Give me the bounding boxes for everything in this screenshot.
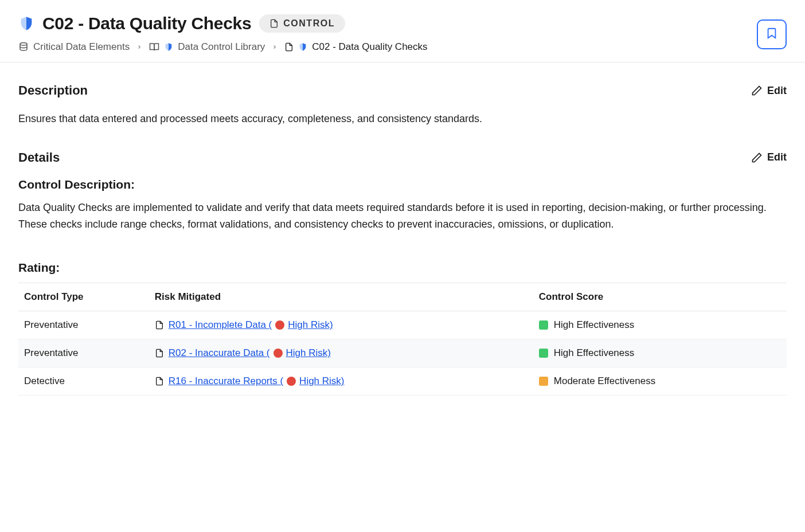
edit-label: Edit xyxy=(767,151,787,163)
rating-table: Control Type Risk Mitigated Control Scor… xyxy=(18,283,787,396)
cell-risk-mitigated: R02 - Inaccurate Data ( High Risk) xyxy=(149,339,533,367)
control-description-heading: Control Description: xyxy=(18,178,787,191)
control-description-block: Control Description: Data Quality Checks… xyxy=(18,178,787,233)
svg-point-0 xyxy=(20,43,27,46)
table-header-row: Control Type Risk Mitigated Control Scor… xyxy=(18,283,787,311)
title-row: C02 - Data Quality Checks CONTROL xyxy=(18,14,787,33)
risk-text-suffix: High Risk) xyxy=(299,375,344,387)
risk-level-dot xyxy=(287,377,296,386)
table-row: DetectiveR16 - Inaccurate Reports ( High… xyxy=(18,367,787,396)
score-label: Moderate Effectiveness xyxy=(554,375,655,387)
edit-details-button[interactable]: Edit xyxy=(751,151,787,163)
control-tag: CONTROL xyxy=(259,14,345,33)
risk-text-suffix: High Risk) xyxy=(288,319,333,331)
risk-text-prefix: R16 - Inaccurate Reports ( xyxy=(169,375,283,387)
page-icon xyxy=(155,376,164,386)
control-description-body: Data Quality Checks are implemented to v… xyxy=(18,200,787,233)
cell-control-score: Moderate Effectiveness xyxy=(533,367,787,396)
score-indicator xyxy=(539,377,548,386)
score-indicator xyxy=(539,320,548,330)
risk-link[interactable]: R02 - Inaccurate Data ( High Risk) xyxy=(169,347,331,359)
risk-level-dot xyxy=(275,320,284,330)
risk-level-dot xyxy=(273,349,283,358)
control-tag-label: CONTROL xyxy=(283,18,335,29)
page-icon xyxy=(155,320,164,330)
book-icon xyxy=(149,42,159,52)
edit-description-button[interactable]: Edit xyxy=(751,85,787,97)
rating-heading: Rating: xyxy=(18,261,787,275)
cell-risk-mitigated: R16 - Inaccurate Reports ( High Risk) xyxy=(149,367,533,396)
page-icon xyxy=(284,42,294,52)
score-indicator xyxy=(539,349,548,358)
table-row: PreventativeR02 - Inaccurate Data ( High… xyxy=(18,339,787,367)
breadcrumb-label: Data Control Library xyxy=(178,41,265,53)
section-description: Description Edit Ensures that data enter… xyxy=(18,83,787,127)
score-label: High Effectiveness xyxy=(554,319,634,331)
risk-text-prefix: R01 - Incomplete Data ( xyxy=(169,319,272,331)
breadcrumb-label: Critical Data Elements xyxy=(33,41,130,53)
cell-control-score: High Effectiveness xyxy=(533,311,787,339)
col-header-score: Control Score xyxy=(533,283,787,311)
chevron-right-icon xyxy=(272,42,278,52)
score-label: High Effectiveness xyxy=(554,347,634,359)
chevron-right-icon xyxy=(136,42,142,52)
section-details: Details Edit Control Description: Data Q… xyxy=(18,150,787,396)
cell-control-score: High Effectiveness xyxy=(533,339,787,367)
risk-text-suffix: High Risk) xyxy=(286,347,331,359)
pencil-icon xyxy=(751,85,763,96)
shield-icon xyxy=(298,42,307,52)
description-body: Ensures that data entered and processed … xyxy=(18,111,787,127)
breadcrumb: Critical Data Elements Data Control Libr… xyxy=(18,41,787,53)
edit-label: Edit xyxy=(767,85,787,97)
shield-icon xyxy=(164,42,173,52)
database-icon xyxy=(18,42,29,52)
rating-block: Rating: Control Type Risk Mitigated Cont… xyxy=(18,261,787,396)
breadcrumb-item-library[interactable]: Data Control Library xyxy=(149,41,265,53)
page-content: Description Edit Ensures that data enter… xyxy=(0,62,805,418)
bookmark-button[interactable] xyxy=(757,19,787,49)
breadcrumb-label: C02 - Data Quality Checks xyxy=(312,41,427,53)
page-icon xyxy=(155,348,164,358)
cell-control-type: Preventative xyxy=(18,339,149,367)
section-header: Description Edit xyxy=(18,83,787,98)
breadcrumb-item-root[interactable]: Critical Data Elements xyxy=(18,41,130,53)
shield-icon xyxy=(18,15,34,32)
section-title: Details xyxy=(18,150,60,165)
bookmark-icon xyxy=(765,26,778,43)
cell-control-type: Detective xyxy=(18,367,149,396)
risk-link[interactable]: R01 - Incomplete Data ( High Risk) xyxy=(169,319,333,331)
col-header-type: Control Type xyxy=(18,283,149,311)
section-title: Description xyxy=(18,83,88,98)
page-header: C02 - Data Quality Checks CONTROL Critic… xyxy=(0,0,805,62)
col-header-risk: Risk Mitigated xyxy=(149,283,533,311)
table-row: PreventativeR01 - Incomplete Data ( High… xyxy=(18,311,787,339)
cell-control-type: Preventative xyxy=(18,311,149,339)
section-header: Details Edit xyxy=(18,150,787,165)
page-icon xyxy=(269,18,279,29)
risk-text-prefix: R02 - Inaccurate Data ( xyxy=(169,347,270,359)
risk-link[interactable]: R16 - Inaccurate Reports ( High Risk) xyxy=(169,375,345,387)
pencil-icon xyxy=(751,152,763,163)
breadcrumb-item-current: C02 - Data Quality Checks xyxy=(284,41,427,53)
page-title: C02 - Data Quality Checks xyxy=(42,14,251,33)
cell-risk-mitigated: R01 - Incomplete Data ( High Risk) xyxy=(149,311,533,339)
